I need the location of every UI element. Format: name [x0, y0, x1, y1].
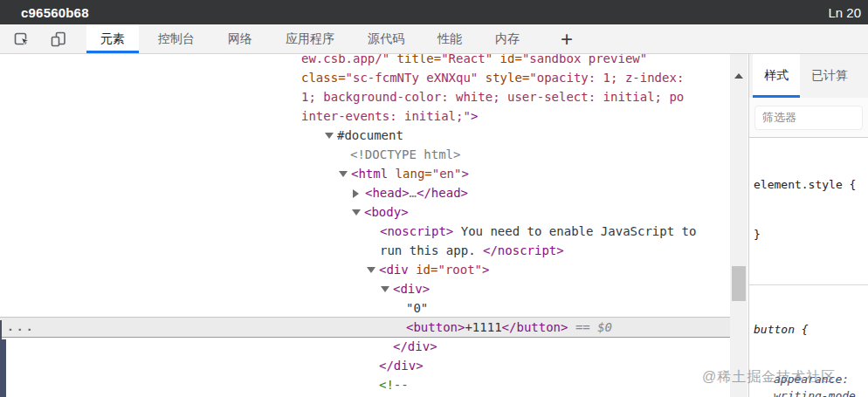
dom-tree-row[interactable]: "0": [0, 298, 730, 318]
code-token-tag: </div>: [379, 359, 424, 373]
dom-tree-row[interactable]: <noscript> You need to enable JavaScript…: [0, 222, 730, 241]
code-token-val: ew.csb.app/": [301, 54, 397, 65]
toolbar-icons: [0, 24, 68, 53]
dom-tree-row[interactable]: </div>: [0, 337, 730, 356]
code-token-tag: <div: [379, 263, 409, 277]
scroll-up-arrow-icon[interactable]: [734, 73, 743, 79]
code-token-tag: </button>: [502, 320, 568, 334]
code-token-val: "opacity: 1; z-index:: [529, 71, 684, 85]
collapse-arrow-icon[interactable]: [381, 286, 389, 292]
tab-内存[interactable]: 内存: [481, 24, 534, 53]
code-token-attr: id=: [416, 263, 437, 277]
tab-控制台[interactable]: 控制台: [144, 24, 209, 53]
code-token-tag: >: [461, 167, 468, 181]
css-property[interactable]: writing-mode: [754, 387, 868, 397]
code-token-val: "root": [437, 263, 482, 277]
code-token-meta: == $0: [568, 320, 612, 334]
code-token-attr: id=: [500, 54, 522, 65]
tab-性能[interactable]: 性能: [424, 24, 476, 53]
panel-tabs: 元素控制台网络应用程序源代码性能内存: [84, 24, 536, 53]
tab-源代码[interactable]: 源代码: [354, 24, 418, 53]
dom-tree: ew.csb.app/" title="React" id="sandbox p…: [0, 54, 730, 394]
dom-tree-row[interactable]: inter-events: initial;">: [0, 106, 730, 126]
dom-tree-row[interactable]: <head>…</head>: [0, 183, 730, 202]
dom-tree-row-selected[interactable]: ...<button>+1111</button> == $0: [0, 318, 730, 337]
code-token-tag: <html: [351, 167, 388, 181]
inspect-icon[interactable]: [12, 30, 31, 49]
page-edge-strip: [0, 320, 2, 339]
code-token-tag: <div>: [393, 282, 430, 296]
code-token-val: "React": [441, 54, 499, 65]
collapse-arrow-icon[interactable]: [352, 209, 361, 216]
scrollbar-thumb[interactable]: [732, 266, 746, 301]
code-token-plain: [409, 263, 416, 277]
code-token-plain: +1111: [465, 320, 501, 334]
code-token-tag: </noscript>: [483, 243, 564, 257]
elements-panel: ew.csb.app/" title="React" id="sandbox p…: [0, 54, 730, 397]
code-token-attr: style=: [486, 71, 530, 85]
device-toolbar-icon[interactable]: [49, 30, 68, 49]
code-token-val: 1; background-color: white; user-select:…: [301, 90, 684, 104]
dom-tree-row[interactable]: run this app. </noscript>: [0, 241, 730, 260]
code-token-tag: >: [471, 109, 478, 123]
selected-row-dots[interactable]: ...: [7, 318, 35, 337]
styles-filter-input[interactable]: 筛选器: [754, 106, 863, 130]
tab-元素[interactable]: 元素: [86, 24, 139, 53]
devtools-window: c96560b68 Ln 20 元素控制台网络应用程序源代码性能内存 + ew.…: [0, 0, 868, 397]
code-token-plain: [478, 71, 485, 85]
code-token-val: inter-events: initial;": [301, 109, 471, 123]
code-token-attr: class=: [301, 71, 346, 85]
code-token-tag: <head>: [365, 186, 410, 200]
code-token-tag: >: [482, 263, 489, 277]
dom-tree-row[interactable]: <div id="root">: [0, 260, 730, 279]
dom-tree-row[interactable]: <div>: [0, 279, 730, 298]
page-edge-strip: [0, 339, 6, 397]
collapse-arrow-icon[interactable]: [339, 171, 348, 177]
code-token-val: "sandbox preview": [522, 54, 647, 65]
styles-filter-row: 筛选器: [749, 98, 868, 138]
element-style-selector[interactable]: element.style {: [754, 176, 868, 193]
dom-tree-row[interactable]: </div>: [0, 356, 730, 375]
code-token-gray: <!DOCTYPE html>: [350, 147, 460, 161]
code-token-tag: </head>: [417, 186, 468, 200]
code-token-val: "sc-fcmNTy eXNXqu": [346, 71, 479, 85]
tab-网络[interactable]: 网络: [214, 24, 266, 53]
devtools-titlebar: c96560b68 Ln 20: [0, 0, 868, 24]
dom-tree-row[interactable]: <!--: [0, 375, 730, 394]
code-token-tag: <body>: [364, 205, 409, 219]
dom-tree-row[interactable]: <body>: [0, 202, 730, 222]
styles-sidebar: 样式已计算 筛选器 element.style { } button { app…: [748, 54, 868, 397]
code-token-attr: title=: [397, 54, 442, 65]
styles-sidebar-tabs: 样式已计算: [749, 54, 868, 98]
code-token-val: "en": [432, 167, 462, 181]
code-token-plain: You need to enable JavaScript to: [453, 224, 696, 238]
code-token-gray: …: [410, 186, 417, 200]
dom-tree-row[interactable]: 1; background-color: white; user-select:…: [0, 87, 730, 106]
code-token-comment: <!--: [379, 378, 409, 392]
code-token-attr: lang=: [396, 167, 432, 181]
dom-tree-row[interactable]: #document: [0, 126, 730, 145]
dom-tree-row[interactable]: <!DOCTYPE html>: [0, 145, 730, 164]
elements-scrollbar[interactable]: [730, 54, 747, 397]
collapse-arrow-icon[interactable]: [325, 133, 334, 139]
code-token-tag: </div>: [393, 339, 437, 353]
dom-tree-row[interactable]: <html lang="en">: [0, 164, 730, 183]
styles-tab-已计算[interactable]: 已计算: [800, 54, 859, 98]
code-token-plain: "0": [406, 301, 428, 315]
collapse-arrow-icon[interactable]: [367, 267, 375, 273]
element-style-rule[interactable]: element.style { }: [749, 138, 868, 285]
element-style-close-brace: }: [754, 226, 868, 243]
button-rule-selector[interactable]: button {: [754, 321, 868, 338]
line-column-indicator: Ln 20: [828, 5, 861, 20]
page-title: c96560b68: [21, 5, 89, 20]
tab-应用程序[interactable]: 应用程序: [272, 24, 348, 53]
styles-tab-样式[interactable]: 样式: [753, 54, 800, 98]
code-token-tag: <button>: [406, 320, 465, 334]
expand-arrow-icon[interactable]: [353, 189, 359, 198]
code-token-tag: <noscript>: [380, 224, 453, 238]
code-token-plain: run this app.: [380, 243, 483, 257]
dom-tree-row[interactable]: ew.csb.app/" title="React" id="sandbox p…: [0, 54, 730, 68]
dom-tree-row[interactable]: class="sc-fcmNTy eXNXqu" style="opacity:…: [0, 68, 730, 87]
code-token-plain: [388, 167, 395, 181]
more-tools-plus-icon[interactable]: +: [548, 24, 585, 53]
